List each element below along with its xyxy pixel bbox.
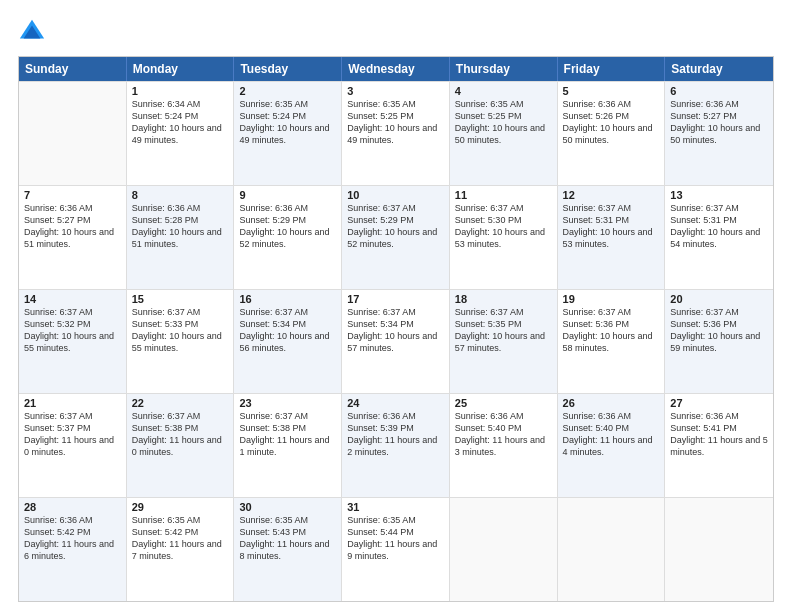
cell-info: Sunrise: 6:37 AM Sunset: 5:36 PM Dayligh…: [563, 306, 660, 355]
cell-info: Sunrise: 6:37 AM Sunset: 5:32 PM Dayligh…: [24, 306, 121, 355]
calendar-cell: 22Sunrise: 6:37 AM Sunset: 5:38 PM Dayli…: [127, 394, 235, 497]
cell-info: Sunrise: 6:37 AM Sunset: 5:31 PM Dayligh…: [563, 202, 660, 251]
calendar-cell: 28Sunrise: 6:36 AM Sunset: 5:42 PM Dayli…: [19, 498, 127, 601]
day-number: 6: [670, 85, 768, 97]
cell-info: Sunrise: 6:35 AM Sunset: 5:43 PM Dayligh…: [239, 514, 336, 563]
cell-info: Sunrise: 6:35 AM Sunset: 5:25 PM Dayligh…: [455, 98, 552, 147]
day-number: 24: [347, 397, 444, 409]
calendar-cell: 24Sunrise: 6:36 AM Sunset: 5:39 PM Dayli…: [342, 394, 450, 497]
day-number: 23: [239, 397, 336, 409]
calendar-cell: 23Sunrise: 6:37 AM Sunset: 5:38 PM Dayli…: [234, 394, 342, 497]
day-number: 30: [239, 501, 336, 513]
day-number: 27: [670, 397, 768, 409]
cell-info: Sunrise: 6:37 AM Sunset: 5:38 PM Dayligh…: [239, 410, 336, 459]
cell-info: Sunrise: 6:36 AM Sunset: 5:39 PM Dayligh…: [347, 410, 444, 459]
day-number: 21: [24, 397, 121, 409]
calendar-body: 1Sunrise: 6:34 AM Sunset: 5:24 PM Daylig…: [19, 81, 773, 601]
cell-info: Sunrise: 6:36 AM Sunset: 5:28 PM Dayligh…: [132, 202, 229, 251]
calendar-header: SundayMondayTuesdayWednesdayThursdayFrid…: [19, 57, 773, 81]
day-number: 28: [24, 501, 121, 513]
logo: [18, 18, 50, 46]
cell-info: Sunrise: 6:37 AM Sunset: 5:38 PM Dayligh…: [132, 410, 229, 459]
calendar-cell: 9Sunrise: 6:36 AM Sunset: 5:29 PM Daylig…: [234, 186, 342, 289]
calendar-cell: 31Sunrise: 6:35 AM Sunset: 5:44 PM Dayli…: [342, 498, 450, 601]
calendar-cell: [450, 498, 558, 601]
cell-info: Sunrise: 6:35 AM Sunset: 5:42 PM Dayligh…: [132, 514, 229, 563]
cell-info: Sunrise: 6:35 AM Sunset: 5:44 PM Dayligh…: [347, 514, 444, 563]
day-number: 26: [563, 397, 660, 409]
calendar-cell: 19Sunrise: 6:37 AM Sunset: 5:36 PM Dayli…: [558, 290, 666, 393]
cell-info: Sunrise: 6:36 AM Sunset: 5:40 PM Dayligh…: [455, 410, 552, 459]
calendar-cell: [19, 82, 127, 185]
cell-info: Sunrise: 6:36 AM Sunset: 5:40 PM Dayligh…: [563, 410, 660, 459]
header: [18, 18, 774, 46]
page: SundayMondayTuesdayWednesdayThursdayFrid…: [0, 0, 792, 612]
logo-icon: [18, 18, 46, 46]
day-number: 1: [132, 85, 229, 97]
header-day-monday: Monday: [127, 57, 235, 81]
cell-info: Sunrise: 6:37 AM Sunset: 5:36 PM Dayligh…: [670, 306, 768, 355]
day-number: 3: [347, 85, 444, 97]
calendar-cell: 6Sunrise: 6:36 AM Sunset: 5:27 PM Daylig…: [665, 82, 773, 185]
day-number: 31: [347, 501, 444, 513]
cell-info: Sunrise: 6:36 AM Sunset: 5:42 PM Dayligh…: [24, 514, 121, 563]
day-number: 15: [132, 293, 229, 305]
calendar-week-3: 14Sunrise: 6:37 AM Sunset: 5:32 PM Dayli…: [19, 289, 773, 393]
day-number: 19: [563, 293, 660, 305]
day-number: 2: [239, 85, 336, 97]
cell-info: Sunrise: 6:36 AM Sunset: 5:27 PM Dayligh…: [670, 98, 768, 147]
calendar-week-2: 7Sunrise: 6:36 AM Sunset: 5:27 PM Daylig…: [19, 185, 773, 289]
calendar-cell: 25Sunrise: 6:36 AM Sunset: 5:40 PM Dayli…: [450, 394, 558, 497]
day-number: 13: [670, 189, 768, 201]
day-number: 16: [239, 293, 336, 305]
calendar-cell: 20Sunrise: 6:37 AM Sunset: 5:36 PM Dayli…: [665, 290, 773, 393]
cell-info: Sunrise: 6:37 AM Sunset: 5:34 PM Dayligh…: [239, 306, 336, 355]
day-number: 25: [455, 397, 552, 409]
calendar-cell: 14Sunrise: 6:37 AM Sunset: 5:32 PM Dayli…: [19, 290, 127, 393]
cell-info: Sunrise: 6:36 AM Sunset: 5:41 PM Dayligh…: [670, 410, 768, 459]
header-day-saturday: Saturday: [665, 57, 773, 81]
day-number: 4: [455, 85, 552, 97]
day-number: 18: [455, 293, 552, 305]
day-number: 8: [132, 189, 229, 201]
day-number: 10: [347, 189, 444, 201]
day-number: 11: [455, 189, 552, 201]
calendar-cell: [558, 498, 666, 601]
cell-info: Sunrise: 6:36 AM Sunset: 5:26 PM Dayligh…: [563, 98, 660, 147]
calendar-cell: [665, 498, 773, 601]
header-day-friday: Friday: [558, 57, 666, 81]
cell-info: Sunrise: 6:34 AM Sunset: 5:24 PM Dayligh…: [132, 98, 229, 147]
header-day-tuesday: Tuesday: [234, 57, 342, 81]
cell-info: Sunrise: 6:35 AM Sunset: 5:24 PM Dayligh…: [239, 98, 336, 147]
calendar-cell: 30Sunrise: 6:35 AM Sunset: 5:43 PM Dayli…: [234, 498, 342, 601]
header-day-sunday: Sunday: [19, 57, 127, 81]
calendar-cell: 1Sunrise: 6:34 AM Sunset: 5:24 PM Daylig…: [127, 82, 235, 185]
calendar-cell: 10Sunrise: 6:37 AM Sunset: 5:29 PM Dayli…: [342, 186, 450, 289]
calendar-cell: 11Sunrise: 6:37 AM Sunset: 5:30 PM Dayli…: [450, 186, 558, 289]
cell-info: Sunrise: 6:37 AM Sunset: 5:34 PM Dayligh…: [347, 306, 444, 355]
calendar-cell: 18Sunrise: 6:37 AM Sunset: 5:35 PM Dayli…: [450, 290, 558, 393]
calendar-cell: 29Sunrise: 6:35 AM Sunset: 5:42 PM Dayli…: [127, 498, 235, 601]
calendar-cell: 7Sunrise: 6:36 AM Sunset: 5:27 PM Daylig…: [19, 186, 127, 289]
calendar-cell: 15Sunrise: 6:37 AM Sunset: 5:33 PM Dayli…: [127, 290, 235, 393]
day-number: 5: [563, 85, 660, 97]
calendar-week-1: 1Sunrise: 6:34 AM Sunset: 5:24 PM Daylig…: [19, 81, 773, 185]
calendar-cell: 21Sunrise: 6:37 AM Sunset: 5:37 PM Dayli…: [19, 394, 127, 497]
cell-info: Sunrise: 6:36 AM Sunset: 5:27 PM Dayligh…: [24, 202, 121, 251]
day-number: 12: [563, 189, 660, 201]
calendar-week-4: 21Sunrise: 6:37 AM Sunset: 5:37 PM Dayli…: [19, 393, 773, 497]
calendar-cell: 26Sunrise: 6:36 AM Sunset: 5:40 PM Dayli…: [558, 394, 666, 497]
day-number: 29: [132, 501, 229, 513]
cell-info: Sunrise: 6:36 AM Sunset: 5:29 PM Dayligh…: [239, 202, 336, 251]
day-number: 9: [239, 189, 336, 201]
calendar-cell: 4Sunrise: 6:35 AM Sunset: 5:25 PM Daylig…: [450, 82, 558, 185]
cell-info: Sunrise: 6:37 AM Sunset: 5:33 PM Dayligh…: [132, 306, 229, 355]
calendar: SundayMondayTuesdayWednesdayThursdayFrid…: [18, 56, 774, 602]
calendar-cell: 13Sunrise: 6:37 AM Sunset: 5:31 PM Dayli…: [665, 186, 773, 289]
cell-info: Sunrise: 6:37 AM Sunset: 5:30 PM Dayligh…: [455, 202, 552, 251]
day-number: 20: [670, 293, 768, 305]
calendar-cell: 16Sunrise: 6:37 AM Sunset: 5:34 PM Dayli…: [234, 290, 342, 393]
cell-info: Sunrise: 6:37 AM Sunset: 5:31 PM Dayligh…: [670, 202, 768, 251]
day-number: 17: [347, 293, 444, 305]
calendar-cell: 8Sunrise: 6:36 AM Sunset: 5:28 PM Daylig…: [127, 186, 235, 289]
